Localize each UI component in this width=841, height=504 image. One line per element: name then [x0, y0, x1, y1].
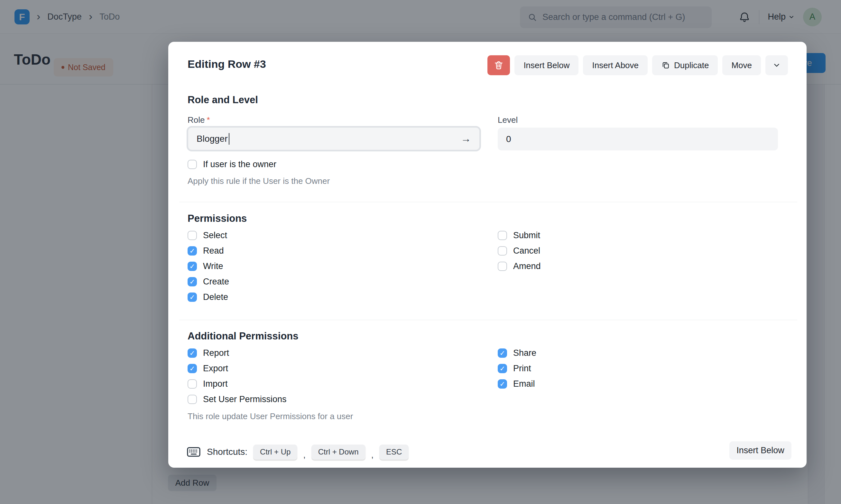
checkbox-box[interactable]	[188, 348, 197, 358]
checkbox-box[interactable]	[188, 277, 197, 286]
keyboard-icon	[186, 446, 201, 458]
checkbox-label: Delete	[203, 292, 228, 302]
checkbox-label: Read	[203, 246, 224, 256]
checkbox-box[interactable]	[498, 379, 507, 389]
screen: F › DocType › ToDo Search or type a comm…	[0, 0, 841, 504]
shortcut-separator: ,	[303, 450, 305, 462]
required-asterisk: *	[207, 115, 210, 125]
edit-row-modal: Editing Row #3 Insert Below Insert Above…	[168, 42, 807, 468]
section-divider	[179, 202, 797, 202]
role-label: Role*	[188, 115, 210, 125]
set-user-permissions-help-text: This role update User Permissions for a …	[188, 411, 353, 421]
additional-permissions-right-column: Share Print Email	[498, 345, 536, 392]
trash-icon	[493, 60, 504, 71]
kbd-esc: ESC	[379, 445, 409, 460]
checkbox-cancel[interactable]: Cancel	[498, 243, 541, 258]
checkbox-box[interactable]	[188, 395, 197, 404]
checkbox-box[interactable]	[188, 292, 197, 302]
checkbox-box[interactable]	[498, 246, 507, 255]
modal-title: Editing Row #3	[188, 58, 266, 70]
checkbox-amend[interactable]: Amend	[498, 258, 541, 274]
modal-footer-shortcuts: Shortcuts: Ctrl + Up , Ctrl + Down , ESC	[186, 442, 409, 462]
checkbox-set-user-permissions[interactable]: Set User Permissions	[188, 392, 287, 407]
chevron-down-icon	[772, 61, 781, 69]
checkbox-box[interactable]	[498, 364, 507, 373]
kbd-ctrl-down: Ctrl + Down	[311, 445, 365, 460]
checkbox-share[interactable]: Share	[498, 345, 536, 361]
checkbox-label: Submit	[513, 231, 540, 240]
checkbox-box[interactable]	[188, 262, 197, 271]
checkbox-label: Write	[203, 261, 223, 271]
checkbox-report[interactable]: Report	[188, 345, 287, 361]
kbd-ctrl-up: Ctrl + Up	[253, 445, 297, 460]
move-button[interactable]: Move	[722, 55, 761, 75]
role-input[interactable]: Blogger →	[187, 126, 481, 151]
section-heading-permissions: Permissions	[188, 213, 247, 224]
additional-permissions-left-column: Report Export Import Set User Permission…	[188, 345, 287, 407]
shortcut-separator: ,	[371, 450, 374, 462]
checkbox-label: Email	[513, 379, 535, 389]
checkbox-print[interactable]: Print	[498, 361, 536, 376]
insert-above-button[interactable]: Insert Above	[583, 55, 648, 75]
checkbox-label: Share	[513, 348, 536, 358]
section-heading-additional-permissions: Additional Permissions	[188, 330, 298, 342]
checkbox-box[interactable]	[188, 246, 197, 255]
checkbox-read[interactable]: Read	[188, 243, 229, 258]
more-actions-button[interactable]	[766, 55, 788, 75]
link-arrow-icon[interactable]: →	[461, 133, 471, 145]
checkbox-box[interactable]	[188, 364, 197, 373]
checkbox-box[interactable]	[188, 231, 197, 240]
modal-toolbar: Insert Below Insert Above Duplicate Move	[487, 55, 788, 75]
checkbox-box[interactable]	[188, 160, 197, 169]
checkbox-box[interactable]	[498, 262, 507, 271]
insert-below-button[interactable]: Insert Below	[514, 55, 579, 75]
permissions-left-column: Select Read Write Create Delete	[188, 228, 229, 305]
duplicate-label: Duplicate	[674, 60, 709, 70]
checkbox-label: Set User Permissions	[203, 394, 287, 404]
role-value: Blogger	[196, 134, 228, 144]
level-label: Level	[498, 115, 518, 125]
checkbox-label: Select	[203, 231, 227, 240]
checkbox-label: Report	[203, 348, 229, 358]
delete-row-button[interactable]	[487, 55, 510, 75]
section-heading-role-and-level: Role and Level	[188, 94, 258, 106]
checkbox-label: Export	[203, 363, 228, 374]
checkbox-select[interactable]: Select	[188, 228, 229, 243]
checkbox-export[interactable]: Export	[188, 361, 287, 376]
duplicate-icon	[661, 61, 670, 70]
checkbox-box[interactable]	[498, 231, 507, 240]
checkbox-label: Print	[513, 363, 531, 374]
checkbox-email[interactable]: Email	[498, 376, 536, 392]
shortcuts-label: Shortcuts:	[207, 447, 247, 457]
checkbox-box[interactable]	[188, 379, 197, 389]
checkbox-import[interactable]: Import	[188, 376, 287, 392]
text-cursor	[229, 133, 229, 145]
checkbox-label: Amend	[513, 261, 541, 271]
checkbox-label: Import	[203, 379, 228, 389]
checkbox-create[interactable]: Create	[188, 274, 229, 289]
checkbox-label: Create	[203, 277, 229, 287]
checkbox-if-user-is-owner[interactable]: If user is the owner	[188, 157, 276, 172]
checkbox-submit[interactable]: Submit	[498, 228, 541, 243]
checkbox-label: If user is the owner	[203, 159, 276, 169]
owner-help-text: Apply this rule if the User is the Owner	[188, 176, 330, 186]
checkbox-label: Cancel	[513, 246, 540, 256]
footer-insert-below-button[interactable]: Insert Below	[730, 441, 791, 460]
permissions-right-column: Submit Cancel Amend	[498, 228, 541, 274]
checkbox-delete[interactable]: Delete	[188, 289, 229, 305]
level-input[interactable]: 0	[498, 128, 778, 150]
checkbox-box[interactable]	[498, 348, 507, 358]
checkbox-write[interactable]: Write	[188, 258, 229, 274]
section-divider	[179, 320, 797, 320]
duplicate-button[interactable]: Duplicate	[652, 55, 718, 75]
